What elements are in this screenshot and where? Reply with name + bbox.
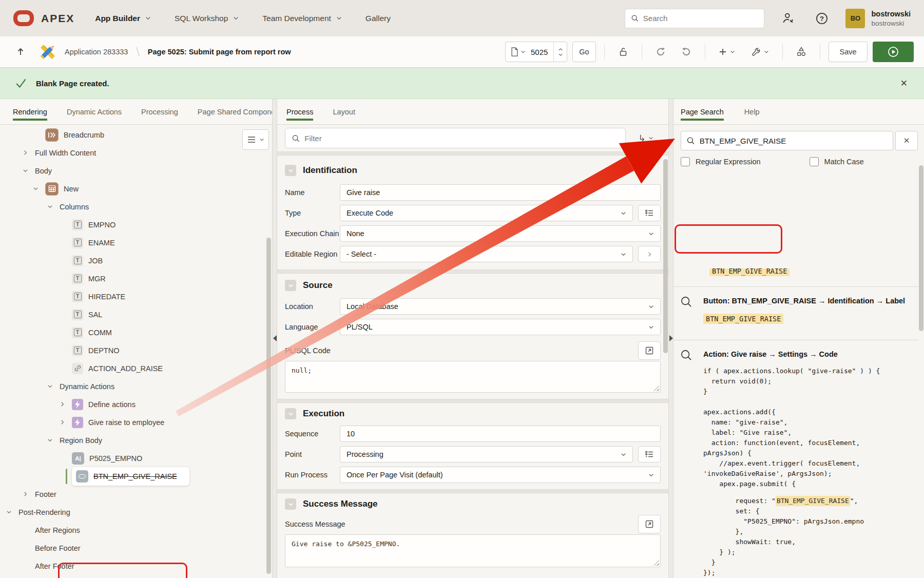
run-page-button[interactable] — [873, 42, 914, 62]
user-menu[interactable]: BO bostrowski bostrowski — [845, 9, 911, 28]
regular-expression-checkbox[interactable] — [681, 157, 690, 166]
tree-node-column-job[interactable]: T JOB — [0, 252, 272, 269]
center-panel-scrollbar[interactable] — [663, 159, 668, 353]
tree-node-column-mgr[interactable]: T MGR — [0, 269, 272, 287]
tree-node-after-regions[interactable]: After Regions — [0, 521, 272, 539]
global-search-input[interactable] — [643, 14, 759, 23]
tab-page-search[interactable]: Page Search — [681, 100, 724, 124]
tab-dynamic-actions[interactable]: Dynamic Actions — [67, 100, 122, 124]
tree-node-region-body[interactable]: Region Body — [0, 431, 272, 449]
tree-node-p5025-empno[interactable]: A| P5025_EMPNO — [0, 449, 272, 467]
tree-node-column-ename[interactable]: T ENAME — [0, 234, 272, 252]
tree-node-body[interactable]: Body — [0, 162, 272, 180]
property-filter-box[interactable] — [285, 128, 626, 148]
menu-sql-workshop[interactable]: SQL Workshop — [175, 14, 239, 23]
tree-node-breadcrumb[interactable]: Breadcrumb — [0, 126, 272, 144]
save-button[interactable]: Save — [829, 42, 868, 62]
tab-process[interactable]: Process — [286, 100, 313, 124]
tree-node-column-hiredate[interactable]: T HIREDATE — [0, 287, 272, 305]
undo-button[interactable] — [650, 42, 671, 62]
resize-handle[interactable] — [653, 386, 659, 391]
collapse-section-button[interactable] — [285, 165, 296, 176]
search-result[interactable]: Button: BTN_EMP_GIVE_RAISE → Identificat… — [673, 287, 919, 332]
lock-button[interactable] — [613, 42, 633, 62]
success-message-textarea[interactable]: Give raise to &P5025_EMPNO. — [285, 534, 661, 567]
tab-layout[interactable]: Layout — [333, 100, 355, 124]
application-breadcrumb[interactable]: Application 283333 — [65, 48, 128, 56]
close-alert-button[interactable]: ✕ — [898, 76, 910, 91]
page-number[interactable]: 5025 — [526, 48, 553, 56]
resize-handle[interactable] — [653, 560, 659, 566]
menu-team-development[interactable]: Team Development — [262, 14, 342, 23]
plsql-code-editor[interactable]: null; — [285, 361, 661, 393]
chevron-right-icon — [647, 252, 652, 257]
code-editor-expand-button[interactable] — [638, 341, 661, 360]
tree-node-footer[interactable]: Footer — [0, 485, 272, 503]
tree-node-column-sal[interactable]: T SAL — [0, 305, 272, 323]
component-list-button[interactable] — [638, 205, 661, 221]
location-select[interactable]: Local Database — [340, 298, 661, 315]
language-select[interactable]: PL/SQL — [340, 319, 661, 335]
collapse-left-icon[interactable] — [273, 335, 277, 341]
run-process-select[interactable]: Once Per Page Visit (default) — [340, 467, 661, 483]
collapse-right-icon[interactable] — [669, 335, 673, 341]
page-search-box[interactable] — [681, 131, 893, 150]
tree-node-before-footer[interactable]: Before Footer — [0, 539, 272, 557]
execution-chain-select[interactable]: None — [340, 225, 661, 242]
left-panel-scrollbar[interactable] — [266, 238, 271, 574]
global-search-box[interactable] — [625, 9, 764, 28]
tree-node-dynamic-actions[interactable]: Dynamic Actions — [0, 377, 272, 395]
tree-node-column-empno[interactable]: T EMPNO — [0, 216, 272, 234]
collapse-section-button[interactable] — [285, 498, 296, 510]
page-selector[interactable]: 5025 — [505, 42, 567, 62]
menu-app-builder[interactable]: App Builder — [95, 14, 151, 23]
tab-help[interactable]: Help — [744, 100, 760, 124]
redo-button[interactable] — [676, 42, 697, 62]
drill-button[interactable] — [638, 246, 661, 262]
tree-node-after-footer[interactable]: After Footer — [0, 557, 272, 575]
tree-node-columns[interactable]: Columns — [0, 198, 272, 216]
collapse-section-button[interactable] — [285, 408, 296, 419]
tree-node-give-raise-to-employee[interactable]: Give raise to employee — [0, 413, 272, 431]
code-editor-expand-button[interactable] — [638, 515, 661, 533]
utilities-menu-button[interactable] — [745, 42, 774, 62]
go-to-group-button[interactable]: ↳ — [631, 128, 661, 148]
tree-node-column-deptno[interactable]: T DEPTNO — [0, 341, 272, 359]
admin-button[interactable] — [778, 8, 798, 29]
tab-rendering[interactable]: Rendering — [13, 100, 47, 124]
tree-node-full-width-content[interactable]: Full Width Content — [0, 144, 272, 162]
component-list-button[interactable] — [638, 446, 661, 463]
type-select[interactable]: Execute Code — [340, 205, 633, 221]
page-number-stepper[interactable] — [553, 42, 567, 62]
right-panel-scrollbar[interactable] — [919, 165, 923, 331]
left-splitter[interactable] — [272, 99, 277, 578]
sequence-input[interactable]: 10 — [340, 426, 661, 442]
tree-node-new-region[interactable]: New — [0, 180, 272, 198]
search-result[interactable]: Action: Give raise → Settings → Code if … — [673, 340, 919, 578]
menu-gallery[interactable]: Gallery — [365, 14, 391, 23]
right-splitter[interactable] — [668, 99, 673, 578]
tab-page-shared-components[interactable]: Page Shared Components — [198, 100, 272, 124]
tree-node-post-rendering[interactable]: Post-Rendering — [0, 503, 272, 521]
help-button[interactable]: ? — [812, 8, 832, 29]
tree-menu-button[interactable] — [242, 129, 269, 150]
search-result-partial[interactable]: BTN_EMP_GIVE_RAISE — [709, 268, 919, 279]
create-menu-button[interactable] — [714, 42, 740, 62]
go-button[interactable]: Go — [572, 42, 596, 62]
tree-node-btn-emp-give-raise[interactable]: BTN_EMP_GIVE_RAISE — [0, 467, 272, 485]
tab-processing[interactable]: Processing — [141, 100, 178, 124]
selected-tree-node[interactable]: BTN_EMP_GIVE_RAISE — [72, 467, 189, 486]
tree-node-column-action-add-raise[interactable]: ACTION_ADD_RAISE — [0, 359, 272, 377]
collapse-section-button[interactable] — [285, 280, 296, 291]
page-search-input[interactable] — [700, 137, 888, 145]
name-input[interactable]: Give raise — [340, 184, 661, 201]
clear-search-button[interactable]: ✕ — [895, 131, 918, 150]
tree-node-define-actions[interactable]: Define actions — [0, 395, 272, 413]
match-case-checkbox[interactable] — [810, 157, 819, 166]
editable-region-select[interactable]: - Select - — [340, 246, 633, 262]
tree-node-column-comm[interactable]: T COMM — [0, 323, 272, 341]
property-filter-input[interactable] — [304, 134, 619, 143]
up-to-app-button[interactable] — [10, 42, 31, 62]
shared-components-button[interactable] — [791, 42, 812, 62]
point-select[interactable]: Processing — [340, 446, 633, 463]
